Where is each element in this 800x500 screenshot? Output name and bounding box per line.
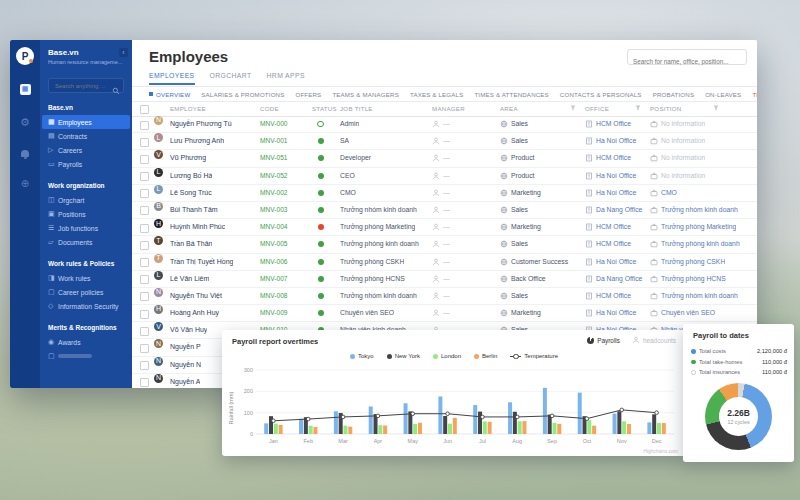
office-cell[interactable]: HCM Office — [585, 236, 631, 252]
table-row[interactable]: LLưu Phương AnhMNV-001SA—SalesHa Noi Off… — [132, 133, 757, 150]
table-row[interactable]: NNguyễn Phương TúMNV-000Admin—SalesHCM O… — [132, 116, 757, 133]
sidebar-item-awards[interactable]: ◉Awards — [48, 335, 124, 349]
subtab-offers[interactable]: OFFERS — [295, 91, 321, 98]
subtab-terminations[interactable]: TERMINATIONS — [752, 91, 757, 98]
sidebar-item-partial[interactable]: ▢ — [48, 349, 124, 363]
employee-name[interactable]: Lê Song Trúc — [170, 185, 212, 201]
position-cell[interactable]: No information — [650, 168, 705, 184]
employee-name[interactable]: Trần Thị Tuyết Hồng — [170, 254, 233, 270]
office-cell[interactable]: Ha Noi Office — [585, 133, 636, 149]
position-cell[interactable]: Trưởng phòng Marketing — [650, 219, 736, 235]
table-row[interactable]: LLương Bố HàMNV-052CEO—ProductHa Noi Off… — [132, 168, 757, 185]
row-checkbox[interactable] — [140, 310, 149, 319]
office-cell[interactable]: Da Nang Office — [585, 202, 642, 218]
row-checkbox[interactable] — [140, 155, 149, 164]
employee-name[interactable]: Huỳnh Minh Phúc — [170, 219, 225, 235]
row-checkbox[interactable] — [140, 172, 149, 181]
card-action-payrolls[interactable]: Payrolls — [587, 337, 620, 344]
office-cell[interactable]: HCM Office — [585, 288, 631, 304]
sidebar-item-work-rules[interactable]: ◨Work rules — [48, 271, 124, 285]
sidebar-item-contracts[interactable]: ▤Contracts — [48, 129, 124, 143]
position-cell[interactable]: Trưởng phòng kinh doanh — [650, 236, 740, 252]
position-cell[interactable]: Trưởng nhóm kinh doanh — [650, 288, 738, 304]
employee-name[interactable]: Trần Bá Thân — [170, 236, 212, 252]
legend-item-tokyo[interactable]: Tokyo — [350, 353, 374, 359]
settings-gear-icon[interactable]: ⚙ — [10, 116, 40, 128]
main-search-input[interactable] — [628, 55, 746, 69]
employee-name[interactable]: Bùi Thanh Tâm — [170, 202, 218, 218]
legend-item-london[interactable]: London — [433, 353, 461, 359]
legend-item-temperature[interactable]: Temperature — [510, 353, 558, 359]
row-checkbox[interactable] — [140, 206, 149, 215]
filter-icon[interactable] — [713, 102, 719, 116]
filter-icon[interactable] — [570, 102, 576, 116]
sidebar-item-documents[interactable]: ▱Documents — [48, 235, 124, 249]
row-checkbox[interactable] — [140, 258, 149, 267]
office-cell[interactable]: HCM Office — [585, 219, 631, 235]
sidebar-search[interactable] — [48, 78, 124, 93]
employee-name[interactable]: Nguyễn A — [170, 374, 200, 388]
position-cell[interactable]: No information — [650, 133, 705, 149]
sidebar-item-information-security[interactable]: ◇Information Security — [48, 299, 124, 313]
employee-name[interactable]: Nguyễn P — [170, 339, 201, 355]
table-row[interactable]: HHoàng Anh HuyMNV-009Chuyên viên SEO—Mar… — [132, 305, 757, 322]
tab-orgchart[interactable]: ORGCHART — [210, 72, 252, 85]
row-checkbox[interactable] — [140, 292, 149, 301]
row-checkbox[interactable] — [140, 275, 149, 284]
table-row[interactable]: VVũ PhươngMNV-051Developer—ProductHCM Of… — [132, 150, 757, 167]
position-cell[interactable]: Trưởng nhóm kinh doanh — [650, 202, 738, 218]
subtab-times-attendances[interactable]: TIMES & ATTENDANCES — [474, 91, 548, 98]
sidebar-item-positions[interactable]: ▣Positions — [48, 207, 124, 221]
office-cell[interactable]: Ha Noi Office — [585, 168, 636, 184]
table-row[interactable]: LLê Văn LiêmMNV-007Trưởng phòng HCNS—Bac… — [132, 271, 757, 288]
table-row[interactable]: NNguyễn Thu ViệtMNV-008Trưởng nhóm kinh … — [132, 288, 757, 305]
select-all-checkbox[interactable] — [140, 105, 149, 114]
sidebar-item-career-policies[interactable]: ▢Career policies — [48, 285, 124, 299]
subtab-on-leaves[interactable]: ON-LEAVES — [705, 91, 741, 98]
apps-icon[interactable]: ▦ — [10, 82, 40, 95]
employee-name[interactable]: Võ Văn Huy — [170, 322, 207, 338]
office-cell[interactable]: HCM Office — [585, 116, 631, 132]
subtab-contacts-personals[interactable]: CONTACTS & PERSONALS — [560, 91, 642, 98]
employee-name[interactable]: Nguyễn Phương Tú — [170, 116, 232, 132]
position-cell[interactable]: No information — [650, 150, 705, 166]
row-checkbox[interactable] — [140, 327, 149, 336]
table-row[interactable]: HHuỳnh Minh PhúcMNV-004Trưởng phòng Mark… — [132, 219, 757, 236]
office-cell[interactable]: Da Nang Office — [585, 271, 642, 287]
office-cell[interactable]: Ha Noi Office — [585, 305, 636, 321]
row-checkbox[interactable] — [140, 241, 149, 250]
subtab-teams-managers[interactable]: TEAMS & MANAGERS — [332, 91, 399, 98]
tab-employees[interactable]: EMPLOYEES — [149, 72, 195, 85]
row-checkbox[interactable] — [140, 344, 149, 353]
position-cell[interactable]: CMO — [650, 185, 677, 201]
office-cell[interactable]: HCM Office — [585, 150, 631, 166]
subtab-taxes-legals[interactable]: TAXES & LEGALS — [410, 91, 464, 98]
subtab-overview[interactable]: OVERVIEW — [149, 91, 190, 98]
subtab-salaries-promotions[interactable]: SALARIES & PROMOTIONS — [201, 91, 284, 98]
legend-item-berlin[interactable]: Berlin — [474, 353, 497, 359]
employee-name[interactable]: Lưu Phương Anh — [170, 133, 224, 149]
row-checkbox[interactable] — [140, 224, 149, 233]
employee-name[interactable]: Lê Văn Liêm — [170, 271, 209, 287]
sidebar-item-employees[interactable]: ▦Employees — [42, 115, 130, 129]
row-checkbox[interactable] — [140, 138, 149, 147]
table-row[interactable]: LLê Song TrúcMNV-002CMO—MarketingHa Noi … — [132, 185, 757, 202]
sidebar-search-input[interactable] — [53, 79, 119, 92]
position-cell[interactable]: No information — [650, 116, 705, 132]
row-checkbox[interactable] — [140, 121, 149, 130]
sidebar-item-job-functions[interactable]: ☰Job functions — [48, 221, 124, 235]
table-row[interactable]: TTrần Thị Tuyết HồngMNV-006Trưởng phòng … — [132, 254, 757, 271]
help-target-icon[interactable]: ⊕ — [10, 178, 40, 190]
main-search[interactable] — [627, 49, 747, 65]
table-row[interactable]: BBùi Thanh TâmMNV-003Trưởng nhóm kinh do… — [132, 202, 757, 219]
employee-name[interactable]: Lương Bố Hà — [170, 168, 212, 184]
subtab-probations[interactable]: PROBATIONS — [653, 91, 695, 98]
employee-name[interactable]: Nguyễn Thu Việt — [170, 288, 222, 304]
position-cell[interactable]: Chuyên viên SEO — [650, 305, 715, 321]
legend-item-new-york[interactable]: New York — [387, 353, 420, 359]
employee-name[interactable]: Vũ Phương — [170, 150, 206, 166]
position-cell[interactable]: Trưởng phòng CSKH — [650, 254, 725, 270]
office-cell[interactable]: Ha Noi Office — [585, 254, 636, 270]
notifications-bell-icon[interactable] — [10, 148, 40, 160]
table-row[interactable]: TTrần Bá ThânMNV-005Trưởng phòng kinh do… — [132, 236, 757, 253]
